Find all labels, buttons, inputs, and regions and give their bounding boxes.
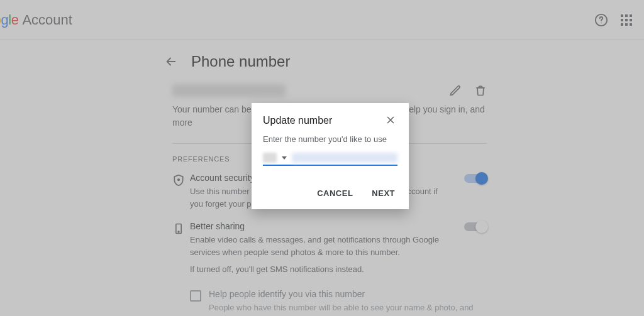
next-button[interactable]: NEXT xyxy=(369,185,397,202)
dialog-subtitle: Enter the number you'd like to use xyxy=(263,134,397,144)
country-flag-icon[interactable] xyxy=(263,153,277,163)
cancel-button[interactable]: CANCEL xyxy=(314,185,355,202)
dialog-title: Update number xyxy=(263,115,332,126)
dialog-actions: CANCEL NEXT xyxy=(263,185,397,202)
dialog-header: Update number xyxy=(263,114,397,127)
chevron-down-icon[interactable] xyxy=(282,156,287,160)
close-icon[interactable] xyxy=(385,114,397,127)
phone-input[interactable] xyxy=(292,153,397,163)
update-number-dialog: Update number Enter the number you'd lik… xyxy=(252,103,409,209)
phone-input-row xyxy=(263,153,397,166)
